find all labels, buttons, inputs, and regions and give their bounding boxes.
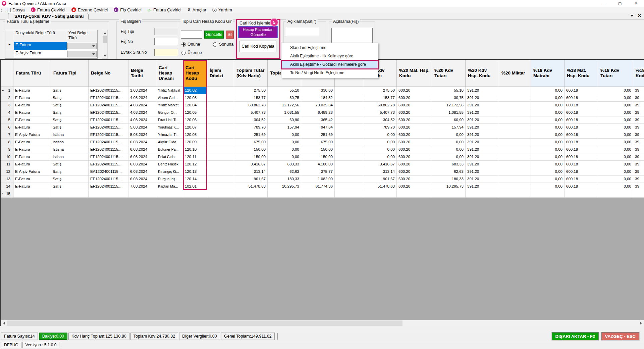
cell[interactable] — [499, 116, 531, 124]
row-header[interactable]: 3 — [1, 102, 13, 109]
cell[interactable] — [335, 87, 363, 94]
cell[interactable]: 683,33 — [268, 161, 301, 168]
cell[interactable]: 5.03.2024 — [128, 131, 156, 139]
cell[interactable]: 3.416,67 — [234, 161, 268, 168]
cell[interactable] — [499, 102, 531, 109]
row-header[interactable]: 10 — [1, 153, 13, 161]
menu-item-fatura-evirici[interactable]: FFatura Çevirici — [28, 7, 68, 13]
cell[interactable]: 0,00 — [598, 131, 633, 139]
scroll-up-icon[interactable] — [102, 30, 107, 36]
cell[interactable] — [207, 87, 234, 94]
cell[interactable]: Istisna — [51, 139, 89, 146]
column-header-18[interactable]: %18 Mat. Hsp. Kodu — [565, 60, 598, 87]
cell[interactable]: 62,63 — [432, 168, 466, 176]
cell[interactable]: Yıldız Nakliyat — [156, 87, 183, 94]
context-menu-item-2[interactable]: Akıllı Eşleştirme - Gözardı Kelimelere g… — [281, 60, 378, 69]
cell[interactable]: E-Arşiv Fatura — [13, 168, 51, 176]
cell[interactable]: 391.20 — [466, 176, 499, 183]
cell[interactable]: E-Fatura — [13, 102, 51, 109]
column-header-1[interactable]: Fatura Türü — [13, 60, 51, 87]
aciklama-satir-input[interactable] — [286, 28, 319, 35]
scroll-right-icon[interactable] — [638, 320, 644, 326]
cell[interactable] — [335, 176, 363, 183]
cell[interactable]: 600.20 — [397, 146, 432, 153]
cell[interactable]: 153,77 — [234, 94, 268, 102]
cell[interactable]: 4.03.2024 — [128, 94, 156, 102]
tab-satis-coklu-kdv[interactable]: SATIŞ-Çoklu KDV - Satış Şablonu — [8, 13, 89, 19]
cell[interactable]: 150,00 — [301, 146, 335, 153]
cell[interactable]: 6.03.2024 — [128, 176, 156, 183]
cell[interactable]: 0,00 — [531, 153, 565, 161]
scroll-down-icon[interactable] — [102, 53, 107, 58]
cell[interactable]: 0,00 — [531, 139, 565, 146]
cell[interactable]: 6.489,28 — [301, 109, 335, 116]
cell[interactable]: 157,94 — [268, 124, 301, 131]
cell[interactable]: 6.03.2024 — [128, 168, 156, 176]
cell[interactable] — [207, 124, 234, 131]
cell[interactable]: 1.082,00 — [301, 176, 335, 183]
cell[interactable]: Satış — [51, 102, 89, 109]
hesap-planimdan-guncelle-button[interactable]: Hesap Planımdan Güncelle — [238, 26, 278, 38]
column-header-13[interactable]: %20 Mat. Hsp. Kodu — [397, 60, 432, 87]
cell[interactable]: 153,77 — [363, 94, 397, 102]
cell[interactable]: 39 — [633, 146, 644, 153]
cell[interactable]: 6.03.2024 — [128, 153, 156, 161]
cell[interactable]: Istisna — [51, 153, 89, 161]
cell[interactable]: 73.035,34 — [301, 102, 335, 109]
cell[interactable]: 4.03.2024 — [128, 102, 156, 109]
cell[interactable]: E-Fatura — [13, 139, 51, 146]
cell[interactable]: Fırat Halı Ti... — [156, 116, 183, 124]
cell[interactable]: 391.20 — [466, 131, 499, 139]
cell[interactable] — [335, 131, 363, 139]
horizontal-scrollbar[interactable] — [1, 320, 644, 326]
cell[interactable]: 600.18 — [565, 87, 598, 94]
cell[interactable] — [156, 190, 183, 198]
cell[interactable]: 0,00 — [432, 153, 466, 161]
cell[interactable]: 600.18 — [565, 94, 598, 102]
cell[interactable] — [13, 190, 51, 198]
menu-item-yard-m[interactable]: ?Yardım — [209, 7, 235, 13]
yeni-belge-select-2[interactable] — [67, 50, 97, 58]
cell[interactable]: 150,00 — [234, 146, 268, 153]
cell[interactable]: 600.20 — [397, 153, 432, 161]
cell[interactable]: E-Fatura — [13, 94, 51, 102]
cell[interactable]: 0,00 — [531, 176, 565, 183]
radio-onune[interactable]: Önüne — [181, 42, 200, 47]
cell[interactable]: Satış — [51, 176, 89, 183]
cell[interactable]: EF12024001115... — [89, 102, 128, 109]
column-header-4[interactable]: Belge Tarihi — [128, 60, 156, 87]
cell[interactable] — [207, 131, 234, 139]
cell[interactable] — [51, 190, 89, 198]
cell[interactable]: EF12024001115... — [89, 139, 128, 146]
cell[interactable]: 365,42 — [301, 116, 335, 124]
cell[interactable]: 39 — [633, 109, 644, 116]
cell[interactable]: 39 — [633, 139, 644, 146]
cell[interactable]: 391.20 — [466, 161, 499, 168]
cell[interactable]: EF12024001115... — [89, 146, 128, 153]
cell[interactable]: Yıldız Market — [156, 102, 183, 109]
cell[interactable]: 120.02 — [183, 87, 207, 94]
cell[interactable]: 55,10 — [268, 87, 301, 94]
cell[interactable]: 0,00 — [432, 131, 466, 139]
cell[interactable]: 947,64 — [301, 124, 335, 131]
cell[interactable]: 789,70 — [363, 124, 397, 131]
cell[interactable]: 0,00 — [531, 109, 565, 116]
cell[interactable]: Deniz Plastik — [156, 161, 183, 168]
column-header-2[interactable]: Fatura Tipi — [51, 60, 89, 87]
cell[interactable]: 12.172,56 — [268, 102, 301, 109]
cell[interactable] — [466, 190, 499, 198]
cell[interactable]: 600.18 — [565, 139, 598, 146]
cell[interactable]: 600.20 — [397, 183, 432, 190]
cell[interactable] — [499, 176, 531, 183]
cell[interactable]: 0,00 — [363, 146, 397, 153]
cell[interactable]: E-Fatura — [13, 109, 51, 116]
cell[interactable]: 600.18 — [565, 183, 598, 190]
cell[interactable]: 120.03 — [183, 94, 207, 102]
cell[interactable]: 39 — [633, 102, 644, 109]
cell[interactable]: Satış — [51, 87, 89, 94]
cell[interactable]: 600.20 — [397, 139, 432, 146]
cell[interactable] — [128, 190, 156, 198]
cell[interactable] — [335, 94, 363, 102]
column-header-16[interactable]: %20 Miktar — [499, 60, 531, 87]
cell[interactable]: 600.20 — [397, 124, 432, 131]
